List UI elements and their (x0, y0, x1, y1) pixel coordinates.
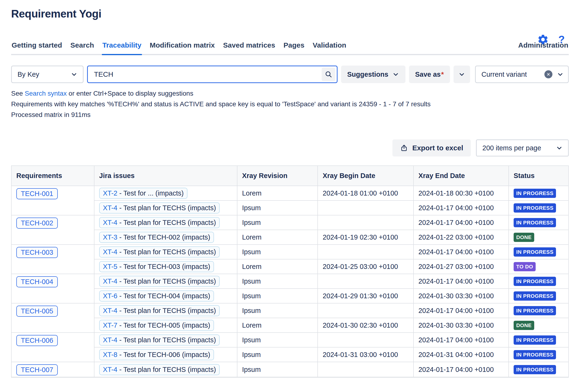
jira-issue-key: XT-6 (103, 292, 117, 300)
jira-issue-summary: - Test for ... (impacts) (117, 189, 184, 197)
status-cell: IN PROGRESS (509, 289, 569, 303)
jira-issue-key: XT-2 (103, 189, 117, 197)
jira-issue-cell: XT-4 - Test plan for TECHS (impacts) (94, 200, 237, 215)
end-date-cell: 2024-01-31 04:00 +0100 (414, 347, 509, 362)
hint-suffix: or enter Ctrl+Space to display suggestio… (67, 90, 193, 97)
save-as-label: Save as* (415, 71, 444, 78)
table-row: TECH-003XT-4 - Test plan for TECHS (impa… (11, 245, 569, 259)
revision-cell: Ipsum (237, 200, 318, 215)
revision-cell: Lorem (237, 259, 318, 274)
requirement-link[interactable]: TECH-002 (16, 218, 58, 229)
jira-issue-key: XT-4 (103, 336, 117, 344)
table-row: TECH-006XT-4 - Test plan for TECHS (impa… (11, 333, 569, 347)
jira-issue-link[interactable]: XT-4 - Test plan for TECHS (impacts) (99, 246, 220, 257)
jira-issue-summary: - Test for TECH-002 (impacts) (117, 233, 210, 241)
variant-select-value: Current variant (482, 71, 527, 78)
jira-issue-link[interactable]: XT-4 - Test plan for TECHS (impacts) (99, 335, 220, 345)
requirement-cell: TECH-001 (11, 186, 94, 215)
jira-issue-cell: XT-4 - Test plan for TECHS (impacts) (94, 362, 237, 377)
requirement-link[interactable]: TECH-001 (16, 188, 58, 199)
jira-issue-key: XT-3 (103, 233, 117, 241)
end-date-cell: 2024-01-27 03:00 +0100 (414, 259, 509, 274)
end-date-cell: 2024-01-17 04:00 +0100 (414, 333, 509, 347)
suggestions-button[interactable]: Suggestions (341, 66, 405, 83)
status-badge: IN PROGRESS (514, 189, 556, 198)
requirement-link[interactable]: TECH-007 (16, 364, 58, 375)
tab-search[interactable]: Search (70, 41, 95, 54)
chevron-down-icon (557, 71, 564, 78)
begin-date-cell: 2024-01-19 02:30 +0100 (318, 230, 413, 245)
jira-issue-summary: - Test for TECH-004 (impacts) (117, 292, 210, 300)
requirement-cell: TECH-007 (11, 362, 94, 377)
table-row: TECH-007XT-4 - Test plan for TECHS (impa… (11, 362, 569, 377)
save-as-dropdown-button[interactable] (453, 66, 470, 83)
jira-issue-link[interactable]: XT-2 - Test for ... (impacts) (99, 188, 188, 199)
clear-variant-icon[interactable]: ✕ (544, 70, 552, 78)
search-input[interactable] (94, 70, 322, 79)
jira-issue-link[interactable]: XT-3 - Test for TECH-002 (impacts) (99, 232, 214, 243)
jira-issue-link[interactable]: XT-7 - Test for TECH-005 (impacts) (99, 320, 214, 331)
status-cell: IN PROGRESS (509, 347, 569, 362)
tab-modification-matrix[interactable]: Modification matrix (149, 41, 215, 54)
col-xray-begin-date: Xray Begin Date (318, 166, 413, 186)
requirement-cell: TECH-003 (11, 245, 94, 274)
page-size-select[interactable]: 200 items per page (476, 140, 569, 156)
page-size-value: 200 items per page (482, 144, 541, 152)
jira-issue-summary: - Test for TECH-006 (impacts) (117, 351, 210, 358)
status-cell: IN PROGRESS (509, 274, 569, 289)
processing-time: Processed matrix in 911ms (11, 110, 569, 119)
status-badge: DONE (514, 233, 534, 242)
col-status: Status (509, 166, 569, 186)
tab-getting-started[interactable]: Getting started (11, 41, 62, 54)
jira-issue-link[interactable]: XT-5 - Test for TECH-003 (impacts) (99, 261, 214, 272)
jira-issue-link[interactable]: XT-4 - Test plan for TECHS (impacts) (99, 364, 220, 375)
jira-issue-link[interactable]: XT-8 - Test for TECH-006 (impacts) (99, 349, 214, 360)
status-cell: DONE (509, 318, 569, 333)
chevron-down-icon (71, 71, 78, 78)
table-row: TECH-004XT-4 - Test plan for TECHS (impa… (11, 274, 569, 289)
jira-issue-link[interactable]: XT-4 - Test plan for TECHS (impacts) (99, 202, 220, 213)
save-as-button[interactable]: Save as* (409, 66, 450, 83)
jira-issue-link[interactable]: XT-4 - Test plan for TECHS (impacts) (99, 276, 220, 287)
status-badge: IN PROGRESS (514, 277, 556, 286)
revision-cell: Ipsum (237, 347, 318, 362)
table-header-row: Requirements Jira issues Xray Revision X… (11, 166, 569, 186)
required-asterisk: * (441, 71, 444, 78)
jira-issue-cell: XT-4 - Test plan for TECHS (impacts) (94, 245, 237, 259)
search-button[interactable] (322, 67, 336, 81)
jira-issue-key: XT-8 (103, 351, 117, 358)
page-title: Requirement Yogi (11, 7, 569, 20)
scope-select[interactable]: By Key (11, 66, 84, 83)
tab-pages[interactable]: Pages (283, 41, 305, 54)
suggestions-label: Suggestions (347, 71, 388, 78)
export-to-excel-button[interactable]: Export to excel (392, 140, 471, 156)
requirement-link[interactable]: TECH-006 (16, 335, 58, 346)
results-table: Requirements Jira issues Xray Revision X… (11, 165, 569, 378)
jira-issue-link[interactable]: XT-6 - Test for TECH-004 (impacts) (99, 291, 214, 301)
jira-issue-summary: - Test plan for TECHS (impacts) (117, 307, 216, 314)
revision-cell: Ipsum (237, 245, 318, 259)
query-summary: Requirements with key matches '%TECH%' a… (11, 100, 569, 108)
jira-issue-cell: XT-4 - Test plan for TECHS (impacts) (94, 274, 237, 289)
revision-cell: Ipsum (237, 362, 318, 377)
table-toolbar: Export to excel 200 items per page (11, 140, 569, 156)
requirement-link[interactable]: TECH-004 (16, 276, 58, 287)
tab-saved-matrices[interactable]: Saved matrices (223, 41, 276, 54)
end-date-cell: 2024-01-17 04:00 +0100 (414, 200, 509, 215)
search-syntax-link[interactable]: Search syntax (25, 90, 67, 97)
tab-bar: Getting started Search Traceability Modi… (11, 41, 569, 55)
search-hint: See Search syntax or enter Ctrl+Space to… (11, 89, 569, 98)
requirement-link[interactable]: TECH-003 (16, 247, 58, 258)
tab-administration[interactable]: Administration (518, 41, 569, 54)
jira-issue-link[interactable]: XT-4 - Test plan for TECHS (impacts) (99, 217, 220, 228)
jira-issue-cell: XT-5 - Test for TECH-003 (impacts) (94, 259, 237, 274)
scope-select-value: By Key (17, 71, 39, 78)
variant-select[interactable]: Current variant ✕ (475, 66, 569, 83)
begin-date-cell: 2024-01-30 02:30 +0100 (318, 318, 413, 333)
tab-validation[interactable]: Validation (312, 41, 347, 54)
table-row: XT-3 - Test for TECH-002 (impacts)Lorem2… (11, 230, 569, 245)
status-badge: IN PROGRESS (514, 203, 556, 213)
jira-issue-link[interactable]: XT-4 - Test plan for TECHS (impacts) (99, 305, 220, 316)
tab-traceability[interactable]: Traceability (102, 41, 142, 54)
requirement-link[interactable]: TECH-005 (16, 306, 58, 317)
